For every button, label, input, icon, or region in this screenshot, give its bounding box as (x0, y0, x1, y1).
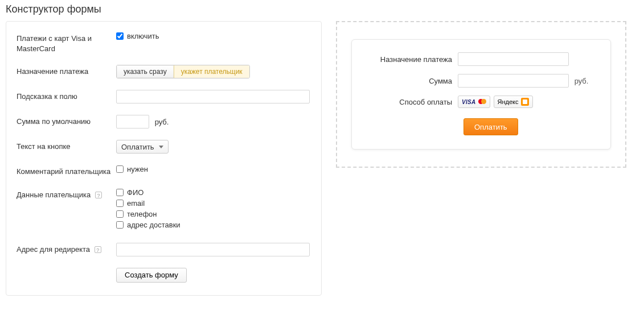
payer-data-label: Данные плательщика ? (17, 188, 116, 200)
default-amount-unit: руб. (155, 118, 169, 126)
paymethod-visa-mc[interactable]: VISA (458, 96, 490, 108)
preview-amount-unit: руб. (575, 77, 589, 85)
payer-phone-wrapper[interactable]: телефон (116, 210, 311, 218)
comment-needed-wrapper[interactable]: нужен (116, 165, 311, 173)
visa-icon: VISA (462, 99, 476, 105)
payer-address-label: адрес доставки (127, 221, 181, 229)
constructor-panel: Платежи с карт Visa и MasterCard включит… (6, 21, 322, 296)
cards-enable-label: включить (127, 32, 159, 40)
preview-card: Назначение платежа Сумма руб. Способ опл… (351, 39, 611, 150)
preview-method-label: Способ оплаты (367, 98, 458, 106)
payer-fio-checkbox[interactable] (116, 189, 124, 196)
purpose-label: Назначение платежа (17, 65, 116, 77)
page-title: Конструктор формы (6, 3, 638, 15)
purpose-toggle: указать сразу укажет плательщик (116, 65, 250, 78)
payer-address-wrapper[interactable]: адрес доставки (116, 221, 311, 229)
preview-pay-button[interactable]: Оплатить (463, 118, 518, 135)
purpose-option-payer[interactable]: укажет плательщик (174, 65, 249, 78)
mastercard-icon (478, 99, 486, 105)
preview-panel: Назначение платежа Сумма руб. Способ опл… (336, 21, 626, 168)
create-form-button[interactable]: Создать форму (116, 268, 187, 283)
purpose-option-now[interactable]: указать сразу (117, 65, 174, 78)
button-text-value: Оплатить (121, 143, 154, 151)
yandex-icon (521, 98, 529, 106)
comment-label: Комментарий плательщика (17, 165, 116, 177)
cards-label: Платежи с карт Visa и MasterCard (17, 32, 116, 53)
preview-purpose-input[interactable] (458, 52, 569, 66)
cards-enable-checkbox[interactable] (116, 32, 124, 40)
hint-label: Подсказка к полю (17, 90, 116, 102)
paymethod-yandex[interactable]: Яндекс (494, 96, 533, 108)
preview-amount-input[interactable] (458, 74, 569, 88)
chevron-down-icon (159, 146, 163, 148)
comment-needed-label: нужен (127, 165, 148, 173)
redirect-input[interactable] (116, 243, 310, 256)
help-icon[interactable]: ? (95, 192, 102, 198)
help-icon[interactable]: ? (95, 246, 101, 253)
payer-email-checkbox[interactable] (116, 200, 124, 207)
yandex-label: Яндекс (498, 98, 519, 105)
preview-amount-label: Сумма (367, 77, 458, 85)
preview-purpose-label: Назначение платежа (367, 55, 458, 64)
comment-needed-checkbox[interactable] (116, 165, 124, 173)
payer-phone-label: телефон (127, 210, 157, 218)
payer-address-checkbox[interactable] (116, 221, 124, 229)
payer-email-wrapper[interactable]: email (116, 199, 311, 208)
button-text-label: Текст на кнопке (17, 140, 116, 152)
button-text-select[interactable]: Оплатить (116, 140, 169, 154)
default-amount-label: Сумма по умолчанию (17, 115, 116, 127)
cards-enable-wrapper[interactable]: включить (116, 32, 311, 40)
default-amount-input[interactable] (116, 115, 149, 129)
payer-phone-checkbox[interactable] (116, 210, 124, 218)
payer-fio-label: ФИО (127, 188, 143, 197)
redirect-label: Адрес для редиректа ? (17, 243, 116, 255)
payer-fio-wrapper[interactable]: ФИО (116, 188, 311, 197)
payer-email-label: email (127, 199, 145, 208)
hint-input[interactable] (116, 90, 310, 103)
